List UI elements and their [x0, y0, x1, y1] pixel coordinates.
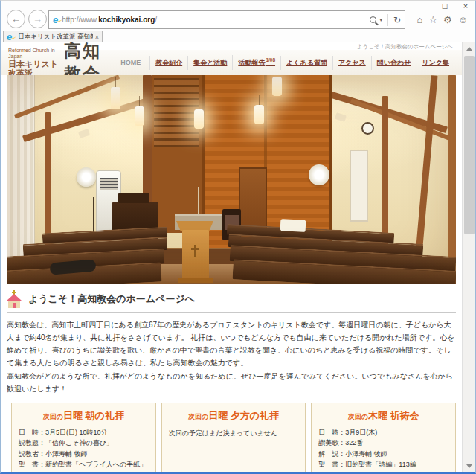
back-button[interactable]: ←: [7, 10, 25, 28]
schedule-row: 日 時：3月5日(日) 10時10分: [19, 427, 149, 438]
notice-board: [350, 150, 368, 222]
church-icon: [7, 290, 22, 308]
box-thursday-prayer: 次回の木曜 祈祷会 日 時：3月9日(木) 讃美歌：322番 解 説：小澤寿輔 …: [311, 403, 456, 472]
pulpit-base: [178, 278, 213, 283]
schedule-row: 讃美歌：322番: [318, 438, 448, 448]
minimize-button[interactable]: –: [419, 1, 429, 10]
schedule-boxes: 次回の日曜 朝の礼拝 日 時：3月5日(日) 10時10分 説教題：「信仰こそ神…: [11, 403, 456, 472]
nav-buttons: ← →: [7, 10, 47, 28]
page-favicon: e: [53, 15, 58, 25]
maximize-button[interactable]: □: [440, 1, 450, 10]
search-icon[interactable]: [370, 16, 376, 23]
logo-english: Reformed Church in Japan: [8, 48, 60, 59]
ceiling-beam: [350, 98, 456, 142]
church-photo: [7, 75, 456, 284]
refresh-icon[interactable]: ↻: [393, 15, 401, 25]
box-title: 次回の木曜 祈祷会: [318, 409, 448, 423]
nav-contact[interactable]: 問い合わせ: [371, 56, 416, 70]
schedule-row: 説教題：「信仰こそ神の喜び」: [19, 438, 149, 448]
wall-fan: [77, 167, 96, 187]
address-bar-tools: ▾ ↻: [370, 14, 401, 26]
schedule-row: 解 説：小澤寿輔 牧師: [318, 449, 448, 459]
tab-bar: e 日本キリスト改革派 高知教会... ×: [1, 31, 475, 42]
schedule-row: 聖 書：新約聖書「ヘブライ人への手紙」11章1節から6節: [19, 459, 149, 472]
organ-music-rack: [118, 193, 149, 203]
toolbar-icons: ⌂ ☆ ⚙ ☺: [417, 15, 468, 25]
pendant-lamp: [272, 77, 282, 96]
site-logo[interactable]: Reformed Church in Japan 日本キリスト改革派: [8, 48, 60, 77]
webpage: ようこそ！高知教会のホームページへ Reformed Church in Jap…: [1, 42, 462, 472]
scrollbar-thumb[interactable]: [464, 56, 475, 234]
settings-gear-icon[interactable]: ⚙: [443, 15, 452, 25]
schedule-row: 聖 書：旧約聖書「詩編」113編: [318, 459, 448, 470]
nav-church-intro[interactable]: 教会紹介: [149, 56, 187, 70]
main-nav: HOME 教会紹介 集会と活動 活動報告1/08 よくある質問 アクセス 問い合…: [115, 55, 454, 70]
table-cross: [198, 187, 199, 214]
scroll-down-button[interactable]: [463, 460, 476, 472]
intro-paragraph-1: 高知教会は、高知市上町四丁目にある創立67年の歴史があるプロテスタントのキリスト…: [7, 318, 456, 369]
tab-favicon: e: [7, 32, 12, 42]
browser-tab[interactable]: e 日本キリスト改革派 高知教会... ×: [3, 31, 103, 42]
box-title: 次回の日曜 夕方の礼拝: [169, 409, 299, 423]
wall-post: [448, 75, 456, 258]
pulpit-cross: [194, 245, 196, 257]
nav-activity-report[interactable]: 活動報告1/08: [232, 55, 280, 70]
curtain: [7, 75, 35, 263]
intro-paragraph-2: 高知教会がどのような所で、礼拝がどのようなものかを知るために、ぜひ一度足を運んで…: [7, 370, 456, 395]
nav-meetings[interactable]: 集会と活動: [187, 56, 232, 70]
home-icon[interactable]: ⌂: [417, 15, 423, 25]
schedule-note: 次回の予定はまだ決まっていません: [169, 429, 299, 438]
ac-grille: [100, 178, 118, 190]
scroll-down-icon: [466, 464, 472, 468]
scroll-up-button[interactable]: [463, 42, 476, 54]
browser-chrome: – □ × ← → e http://www.kochikyokai.org/ …: [1, 1, 475, 42]
schedule-row: 説教者：小澤寿輔 牧師: [19, 449, 149, 459]
wall-clock: [361, 122, 374, 135]
tab-close-icon[interactable]: ×: [95, 33, 99, 41]
wall-sconce: [78, 129, 90, 138]
pendant-lamp: [111, 87, 120, 109]
window-controls: – □ ×: [419, 1, 471, 10]
side-wood-louvers: [154, 78, 199, 147]
site-header: Reformed Church in Japan 日本キリスト改革派 高知教会 …: [1, 50, 462, 75]
forward-button[interactable]: →: [28, 10, 47, 28]
white-cloth: [280, 219, 306, 232]
favorites-star-icon[interactable]: ☆: [428, 15, 437, 25]
box-sunday-evening: 次回の日曜 夕方の礼拝 次回の予定はまだ決まっていません: [161, 403, 306, 472]
wall-post: [382, 96, 388, 251]
close-button[interactable]: ×: [460, 1, 471, 10]
page-heading-text: ようこそ！高知教会のホームページへ: [28, 292, 195, 306]
box-title: 次回の日曜 朝の礼拝: [19, 409, 149, 423]
wall-post: [45, 112, 51, 252]
tab-title: 日本キリスト改革派 高知教会...: [18, 33, 93, 42]
divider: [387, 14, 388, 26]
nav-badge: 1/08: [266, 57, 275, 63]
pendant-lamp: [135, 106, 144, 126]
page-heading: ようこそ！高知教会のホームページへ: [7, 290, 456, 313]
browser-window: – □ × ← → e http://www.kochikyokai.org/ …: [0, 0, 476, 474]
scrollbar[interactable]: [462, 42, 475, 472]
scroll-up-icon: [466, 47, 472, 51]
nav-access[interactable]: アクセス: [332, 56, 371, 70]
feedback-smiley-icon[interactable]: ☺: [458, 15, 468, 25]
nav-links[interactable]: リンク集: [416, 56, 454, 70]
address-bar[interactable]: e http://www.kochikyokai.org/ ▾ ↻: [48, 10, 405, 29]
pendant-lamp: [254, 105, 264, 124]
wall-post: [415, 75, 437, 255]
wall-sconce: [335, 112, 347, 122]
viewport: ようこそ！高知教会のホームページへ Reformed Church in Jap…: [1, 42, 475, 472]
box-sunday-morning: 次回の日曜 朝の礼拝 日 時：3月5日(日) 10時10分 説教題：「信仰こそ神…: [11, 403, 156, 472]
wall-fan: [309, 164, 329, 185]
nav-faq[interactable]: よくある質問: [280, 56, 332, 70]
nav-home[interactable]: HOME: [115, 57, 149, 68]
pulpit-cross-bar: [191, 248, 199, 250]
schedule-row: 日 時：3月9日(木): [318, 427, 448, 438]
pendant-lamp: [194, 109, 204, 129]
url-text[interactable]: http://www.kochikyokai.org/: [62, 16, 370, 24]
search-dropdown-icon[interactable]: ▾: [379, 17, 382, 23]
